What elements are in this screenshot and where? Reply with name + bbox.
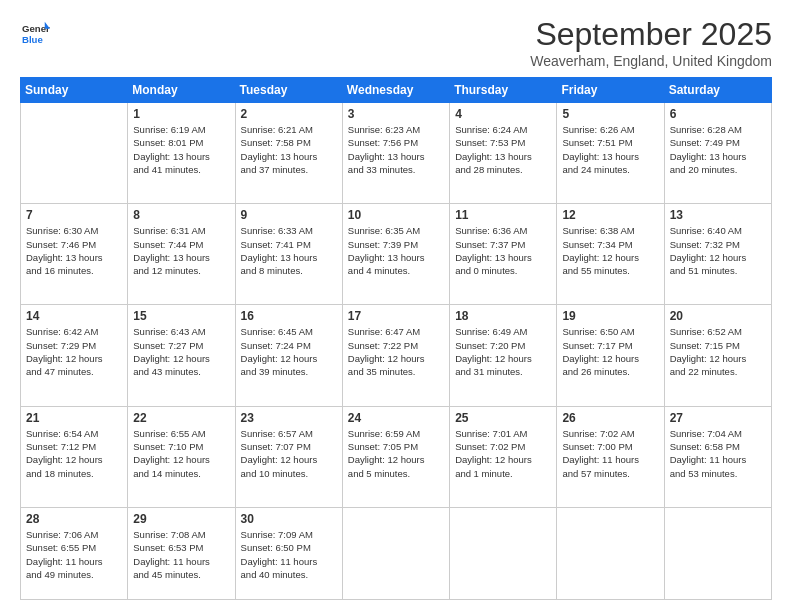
day-number: 14 [26,309,122,323]
day-info: Sunrise: 6:52 AM Sunset: 7:15 PM Dayligh… [670,325,766,378]
calendar-cell: 12Sunrise: 6:38 AM Sunset: 7:34 PM Dayli… [557,204,664,305]
header: General Blue September 2025 Weaverham, E… [20,16,772,69]
day-number: 16 [241,309,337,323]
calendar-cell: 22Sunrise: 6:55 AM Sunset: 7:10 PM Dayli… [128,406,235,507]
location: Weaverham, England, United Kingdom [530,53,772,69]
day-info: Sunrise: 7:09 AM Sunset: 6:50 PM Dayligh… [241,528,337,581]
calendar-cell: 25Sunrise: 7:01 AM Sunset: 7:02 PM Dayli… [450,406,557,507]
day-number: 7 [26,208,122,222]
day-info: Sunrise: 6:40 AM Sunset: 7:32 PM Dayligh… [670,224,766,277]
month-title: September 2025 [530,16,772,53]
day-info: Sunrise: 6:19 AM Sunset: 8:01 PM Dayligh… [133,123,229,176]
day-number: 22 [133,411,229,425]
day-number: 12 [562,208,658,222]
calendar-cell: 7Sunrise: 6:30 AM Sunset: 7:46 PM Daylig… [21,204,128,305]
calendar-cell [664,507,771,599]
day-info: Sunrise: 6:38 AM Sunset: 7:34 PM Dayligh… [562,224,658,277]
day-info: Sunrise: 7:01 AM Sunset: 7:02 PM Dayligh… [455,427,551,480]
calendar-cell: 23Sunrise: 6:57 AM Sunset: 7:07 PM Dayli… [235,406,342,507]
week-row-2: 7Sunrise: 6:30 AM Sunset: 7:46 PM Daylig… [21,204,772,305]
calendar-cell [21,103,128,204]
day-number: 6 [670,107,766,121]
logo: General Blue [20,20,50,48]
day-info: Sunrise: 6:42 AM Sunset: 7:29 PM Dayligh… [26,325,122,378]
day-info: Sunrise: 6:31 AM Sunset: 7:44 PM Dayligh… [133,224,229,277]
day-info: Sunrise: 6:47 AM Sunset: 7:22 PM Dayligh… [348,325,444,378]
calendar-cell: 30Sunrise: 7:09 AM Sunset: 6:50 PM Dayli… [235,507,342,599]
calendar-cell: 6Sunrise: 6:28 AM Sunset: 7:49 PM Daylig… [664,103,771,204]
day-info: Sunrise: 7:04 AM Sunset: 6:58 PM Dayligh… [670,427,766,480]
day-number: 1 [133,107,229,121]
day-number: 13 [670,208,766,222]
svg-text:Blue: Blue [22,34,43,45]
day-number: 8 [133,208,229,222]
calendar-cell: 11Sunrise: 6:36 AM Sunset: 7:37 PM Dayli… [450,204,557,305]
calendar-cell: 5Sunrise: 6:26 AM Sunset: 7:51 PM Daylig… [557,103,664,204]
calendar-cell: 1Sunrise: 6:19 AM Sunset: 8:01 PM Daylig… [128,103,235,204]
col-wednesday: Wednesday [342,78,449,103]
calendar-cell: 15Sunrise: 6:43 AM Sunset: 7:27 PM Dayli… [128,305,235,406]
day-info: Sunrise: 6:43 AM Sunset: 7:27 PM Dayligh… [133,325,229,378]
day-info: Sunrise: 6:24 AM Sunset: 7:53 PM Dayligh… [455,123,551,176]
day-number: 26 [562,411,658,425]
calendar-cell [557,507,664,599]
calendar-cell: 10Sunrise: 6:35 AM Sunset: 7:39 PM Dayli… [342,204,449,305]
title-block: September 2025 Weaverham, England, Unite… [530,16,772,69]
calendar-cell: 21Sunrise: 6:54 AM Sunset: 7:12 PM Dayli… [21,406,128,507]
header-row: Sunday Monday Tuesday Wednesday Thursday… [21,78,772,103]
calendar-cell: 2Sunrise: 6:21 AM Sunset: 7:58 PM Daylig… [235,103,342,204]
calendar-cell: 29Sunrise: 7:08 AM Sunset: 6:53 PM Dayli… [128,507,235,599]
calendar-cell: 20Sunrise: 6:52 AM Sunset: 7:15 PM Dayli… [664,305,771,406]
calendar-cell: 28Sunrise: 7:06 AM Sunset: 6:55 PM Dayli… [21,507,128,599]
calendar-cell: 19Sunrise: 6:50 AM Sunset: 7:17 PM Dayli… [557,305,664,406]
day-number: 19 [562,309,658,323]
day-info: Sunrise: 6:49 AM Sunset: 7:20 PM Dayligh… [455,325,551,378]
calendar-cell [450,507,557,599]
day-info: Sunrise: 6:36 AM Sunset: 7:37 PM Dayligh… [455,224,551,277]
week-row-3: 14Sunrise: 6:42 AM Sunset: 7:29 PM Dayli… [21,305,772,406]
day-info: Sunrise: 6:23 AM Sunset: 7:56 PM Dayligh… [348,123,444,176]
calendar-cell: 8Sunrise: 6:31 AM Sunset: 7:44 PM Daylig… [128,204,235,305]
col-thursday: Thursday [450,78,557,103]
day-number: 15 [133,309,229,323]
day-info: Sunrise: 7:06 AM Sunset: 6:55 PM Dayligh… [26,528,122,581]
day-number: 10 [348,208,444,222]
week-row-4: 21Sunrise: 6:54 AM Sunset: 7:12 PM Dayli… [21,406,772,507]
col-saturday: Saturday [664,78,771,103]
calendar-cell [342,507,449,599]
day-info: Sunrise: 6:30 AM Sunset: 7:46 PM Dayligh… [26,224,122,277]
day-number: 25 [455,411,551,425]
calendar-cell: 14Sunrise: 6:42 AM Sunset: 7:29 PM Dayli… [21,305,128,406]
col-tuesday: Tuesday [235,78,342,103]
day-info: Sunrise: 7:02 AM Sunset: 7:00 PM Dayligh… [562,427,658,480]
day-info: Sunrise: 6:50 AM Sunset: 7:17 PM Dayligh… [562,325,658,378]
calendar-cell: 17Sunrise: 6:47 AM Sunset: 7:22 PM Dayli… [342,305,449,406]
calendar-cell: 13Sunrise: 6:40 AM Sunset: 7:32 PM Dayli… [664,204,771,305]
calendar-cell: 9Sunrise: 6:33 AM Sunset: 7:41 PM Daylig… [235,204,342,305]
calendar-cell: 16Sunrise: 6:45 AM Sunset: 7:24 PM Dayli… [235,305,342,406]
day-number: 30 [241,512,337,526]
calendar-cell: 18Sunrise: 6:49 AM Sunset: 7:20 PM Dayli… [450,305,557,406]
day-number: 27 [670,411,766,425]
day-number: 3 [348,107,444,121]
day-number: 5 [562,107,658,121]
calendar-cell: 27Sunrise: 7:04 AM Sunset: 6:58 PM Dayli… [664,406,771,507]
day-number: 29 [133,512,229,526]
col-sunday: Sunday [21,78,128,103]
day-number: 11 [455,208,551,222]
col-monday: Monday [128,78,235,103]
day-number: 4 [455,107,551,121]
day-number: 9 [241,208,337,222]
col-friday: Friday [557,78,664,103]
calendar-cell: 26Sunrise: 7:02 AM Sunset: 7:00 PM Dayli… [557,406,664,507]
day-number: 2 [241,107,337,121]
day-info: Sunrise: 6:45 AM Sunset: 7:24 PM Dayligh… [241,325,337,378]
day-info: Sunrise: 6:26 AM Sunset: 7:51 PM Dayligh… [562,123,658,176]
day-info: Sunrise: 6:33 AM Sunset: 7:41 PM Dayligh… [241,224,337,277]
calendar-cell: 24Sunrise: 6:59 AM Sunset: 7:05 PM Dayli… [342,406,449,507]
calendar-cell: 3Sunrise: 6:23 AM Sunset: 7:56 PM Daylig… [342,103,449,204]
day-number: 24 [348,411,444,425]
day-number: 20 [670,309,766,323]
calendar-cell: 4Sunrise: 6:24 AM Sunset: 7:53 PM Daylig… [450,103,557,204]
day-number: 23 [241,411,337,425]
